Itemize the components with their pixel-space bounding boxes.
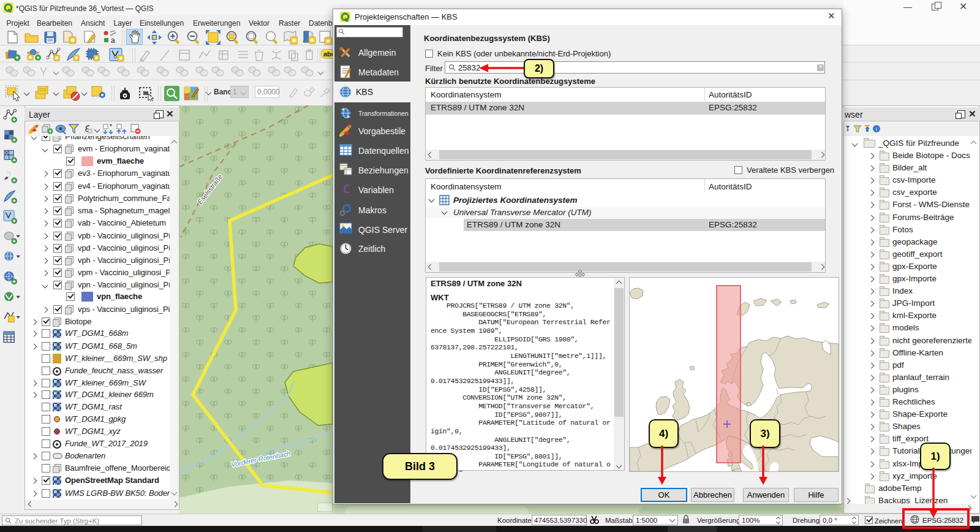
svg-text:a: a [111,36,115,44]
